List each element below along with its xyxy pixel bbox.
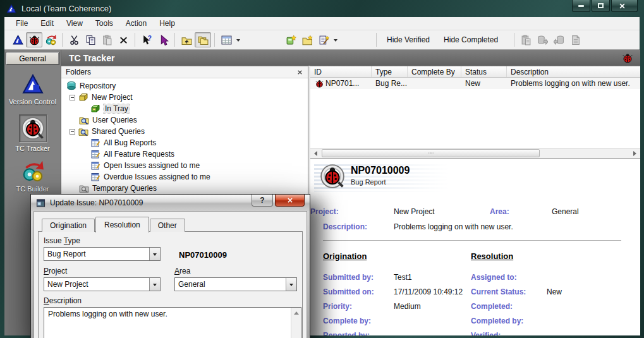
- sidebar-item-label: Version Control: [9, 98, 56, 106]
- horizontal-scrollbar[interactable]: [310, 148, 640, 158]
- tree-item-shared-queries[interactable]: Shared Queries: [61, 126, 308, 137]
- export-issue-button[interactable]: [534, 32, 550, 47]
- close-folders-button[interactable]: [296, 69, 303, 76]
- copy-button[interactable]: [82, 32, 99, 47]
- area-combobox[interactable]: General: [174, 277, 297, 291]
- column-header-id[interactable]: ID: [310, 66, 372, 77]
- query-icon: [90, 160, 100, 171]
- dialog-help-button[interactable]: ?: [252, 195, 273, 207]
- dropdown-arrow-icon[interactable]: [286, 278, 296, 291]
- tab-resolution[interactable]: Resolution: [95, 217, 149, 232]
- scroll-left-button[interactable]: [310, 148, 320, 158]
- close-icon: [287, 197, 293, 203]
- description-label: Description:: [323, 222, 394, 232]
- issue-type-combobox[interactable]: Bug Report: [44, 247, 161, 261]
- hide-verified-button[interactable]: Hide Verified: [380, 33, 437, 47]
- collapse-expander-icon[interactable]: [70, 129, 75, 135]
- menu-view[interactable]: View: [60, 17, 89, 30]
- description-text: Problems logging on with new user.: [44, 308, 301, 320]
- dropdown-arrow-icon[interactable]: [149, 248, 160, 260]
- sidebar-group-general[interactable]: General: [6, 52, 59, 65]
- context-help-button[interactable]: [138, 32, 155, 47]
- tree-item-overdue-issues-assigned[interactable]: Overdue Issues assigned to me: [61, 171, 308, 183]
- toolbar-separator: [376, 33, 377, 47]
- tab-origination[interactable]: Origination: [42, 219, 95, 232]
- new-issue-button[interactable]: [283, 32, 299, 47]
- project-combobox[interactable]: New Project: [44, 277, 161, 291]
- dialog-close-button[interactable]: [275, 195, 305, 207]
- query-icon: [90, 172, 100, 182]
- minimize-button[interactable]: [572, 0, 590, 12]
- sidebar-item-tc-tracker[interactable]: TC Tracker: [4, 114, 61, 152]
- description-textarea[interactable]: Problems logging on with new user.: [44, 307, 301, 338]
- maximize-button[interactable]: [592, 0, 610, 12]
- paste-button[interactable]: [99, 32, 115, 47]
- resolution-header: Resolution: [471, 251, 513, 261]
- tree-item-all-bug-reports[interactable]: All Bug Reports: [61, 137, 308, 148]
- issue-report-icon: [570, 35, 581, 45]
- menu-file[interactable]: File: [9, 17, 34, 30]
- tc-builder-button[interactable]: [42, 32, 59, 47]
- tree-item-temporary-queries[interactable]: Temporary Queries: [61, 183, 308, 194]
- tree-item-all-feature-requests[interactable]: All Feature Requests: [61, 148, 308, 160]
- import-issue-icon: [554, 35, 564, 45]
- column-header-type[interactable]: Type: [372, 66, 408, 77]
- bug-icon: [315, 80, 324, 88]
- action-pointer-button[interactable]: [155, 32, 171, 47]
- scroll-up-icon: [294, 309, 299, 315]
- issue-report-button[interactable]: [567, 32, 583, 47]
- scrollbar-thumb[interactable]: [322, 149, 540, 157]
- project-folder-icon: [78, 92, 88, 102]
- menu-edit[interactable]: Edit: [34, 17, 60, 30]
- toolbar-separator: [214, 33, 215, 47]
- copy-icon: [85, 35, 96, 45]
- column-header-status[interactable]: Status: [461, 66, 507, 77]
- show-folders-button[interactable]: [195, 32, 211, 47]
- menu-action[interactable]: Action: [119, 17, 153, 30]
- query-wizard-dropdown[interactable]: [332, 32, 339, 47]
- toolbar-separator: [62, 33, 63, 47]
- close-button[interactable]: [611, 0, 638, 12]
- paste-icon: [102, 35, 112, 45]
- tree-item-in-tray[interactable]: In Tray: [61, 103, 308, 114]
- tree-item-label: Overdue Issues assigned to me: [104, 172, 210, 181]
- close-icon: [619, 3, 626, 9]
- menu-help[interactable]: Help: [153, 17, 181, 30]
- vertical-scrollbar[interactable]: [291, 308, 301, 338]
- issue-type-value: Bug Report: [44, 248, 149, 260]
- tc-tracker-button[interactable]: [26, 32, 42, 47]
- tab-other[interactable]: Other: [150, 219, 185, 232]
- tracker-bug-icon: [623, 53, 633, 63]
- tree-item-user-queries[interactable]: User Queries: [61, 114, 308, 126]
- description-value: Problems logging on with new user.: [394, 222, 513, 232]
- tree-item-label: Repository: [80, 81, 116, 90]
- paste-issue-button[interactable]: [518, 32, 534, 47]
- sidebar-item-tc-builder[interactable]: TC Builder: [4, 161, 61, 193]
- import-issue-button[interactable]: [550, 32, 567, 47]
- query-wizard-button[interactable]: [315, 32, 332, 47]
- version-control-button[interactable]: [9, 32, 26, 47]
- up-one-level-button[interactable]: [178, 32, 195, 47]
- current-status-value: New: [547, 287, 562, 296]
- column-header-complete-by[interactable]: Complete By: [408, 66, 461, 77]
- grid-view-dropdown[interactable]: [234, 32, 242, 47]
- cut-button[interactable]: [66, 32, 82, 47]
- in-tray-icon: [90, 104, 100, 114]
- grid-view-icon: [221, 35, 232, 45]
- grid-view-button[interactable]: [218, 32, 234, 47]
- area-value: General: [175, 278, 286, 291]
- scroll-up-button[interactable]: [291, 308, 301, 317]
- scroll-right-button[interactable]: [630, 148, 640, 158]
- tree-item-open-issues-assigned[interactable]: Open Issues assigned to me: [61, 160, 308, 171]
- column-header-description[interactable]: Description: [507, 66, 640, 77]
- new-folder-button[interactable]: [299, 32, 315, 47]
- delete-button[interactable]: [115, 32, 131, 47]
- menu-tools[interactable]: Tools: [89, 17, 119, 30]
- dropdown-arrow-icon[interactable]: [149, 278, 160, 291]
- sidebar-item-version-control[interactable]: Version Control: [4, 74, 61, 106]
- tree-item-new-project[interactable]: New Project: [61, 92, 308, 103]
- issue-row[interactable]: NP0701... Bug Re... New Problems logging…: [310, 78, 640, 89]
- hide-completed-button[interactable]: Hide Completed: [437, 33, 505, 47]
- collapse-expander-icon[interactable]: [70, 95, 75, 100]
- tree-item-repository[interactable]: Repository: [61, 80, 308, 92]
